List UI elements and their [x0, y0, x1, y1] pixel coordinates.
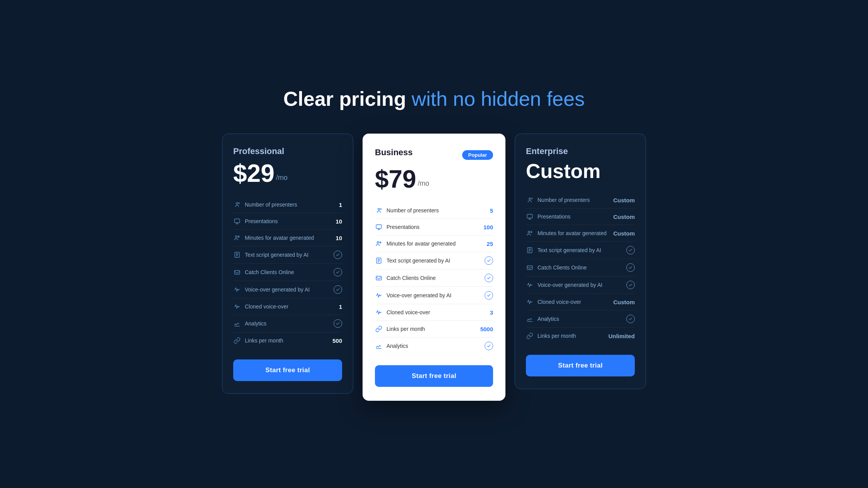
cta-button-professional[interactable]: Start free trial	[233, 359, 342, 381]
feature-row: Minutes for avatar generated 25	[375, 236, 493, 252]
feature-row: Cloned voice-over 1	[233, 298, 342, 315]
cta-button-enterprise[interactable]: Start free trial	[526, 355, 635, 376]
feature-icon	[233, 217, 241, 225]
feature-row: Text script generated by AI	[233, 246, 342, 264]
feature-label: Presentations	[245, 218, 332, 224]
feature-icon	[233, 251, 241, 259]
feature-label: Catch Clients Online	[537, 264, 626, 271]
feature-icon	[233, 286, 241, 293]
feature-label: Links per month	[245, 337, 329, 344]
check-icon	[334, 251, 342, 259]
feature-label: Voice-over generated by AI	[537, 282, 626, 288]
features-list: Number of presenters Custom Presentation…	[526, 192, 635, 344]
feature-value: 5	[490, 207, 493, 214]
feature-label: Cloned voice-over	[245, 303, 336, 310]
feature-label: Catch Clients Online	[387, 275, 485, 281]
feature-label: Cloned voice-over	[537, 299, 610, 305]
svg-rect-2	[234, 219, 240, 223]
feature-icon	[526, 264, 534, 271]
feature-row: Analytics	[375, 337, 493, 354]
feature-value: 10	[336, 218, 342, 225]
title-blue: with no hidden fees	[412, 88, 585, 110]
popular-badge: Popular	[462, 150, 493, 160]
feature-label: Text script generated by AI	[245, 252, 334, 258]
check-icon	[485, 256, 493, 265]
feature-row: Number of presenters 1	[233, 197, 342, 213]
feature-row: Analytics	[526, 310, 635, 328]
price-unit: /mo	[276, 174, 288, 182]
svg-point-0	[236, 203, 238, 205]
feature-label: Text script generated by AI	[537, 247, 626, 253]
feature-label: Number of presenters	[387, 207, 487, 214]
plan-name: Enterprise	[526, 146, 635, 156]
feature-value: 1	[339, 202, 342, 208]
feature-label: Minutes for avatar generated	[245, 235, 332, 241]
feature-label: Analytics	[245, 320, 334, 327]
check-icon	[485, 274, 493, 282]
feature-icon	[375, 257, 383, 264]
plan-card-professional: Professional $29 /mo Number of presenter…	[222, 134, 353, 394]
feature-row: Minutes for avatar generated Custom	[526, 225, 635, 242]
feature-icon	[375, 274, 383, 282]
feature-icon	[526, 246, 534, 254]
feature-value: 1	[339, 303, 342, 310]
feature-icon	[233, 337, 241, 344]
feature-icon	[526, 213, 534, 220]
feature-label: Voice-over generated by AI	[245, 286, 334, 293]
check-icon	[485, 342, 493, 350]
feature-value: 100	[483, 224, 493, 230]
feature-label: Cloned voice-over	[387, 309, 487, 315]
svg-point-9	[377, 242, 379, 244]
feature-row: Catch Clients Online	[526, 259, 635, 276]
feature-label: Number of presenters	[245, 202, 336, 208]
feature-row: Analytics	[233, 315, 342, 332]
feature-row: Links per month Unlimited	[526, 328, 635, 344]
features-list: Number of presenters 1 Presentations 10 …	[233, 197, 342, 349]
price-row: Custom	[526, 161, 635, 181]
svg-rect-8	[376, 225, 381, 229]
plan-name: Business	[375, 147, 413, 158]
feature-value: Custom	[613, 214, 635, 220]
svg-point-13	[531, 198, 532, 199]
check-icon	[626, 246, 635, 254]
svg-rect-5	[234, 271, 240, 274]
feature-label: Minutes for avatar generated	[387, 241, 483, 247]
feature-row: Voice-over generated by AI	[375, 287, 493, 304]
plan-card-business: Business Popular $79 /mo Number of prese…	[363, 134, 505, 401]
price-amount: $79	[375, 167, 416, 191]
svg-rect-11	[376, 276, 381, 280]
check-icon	[626, 263, 635, 272]
feature-icon	[375, 291, 383, 299]
feature-label: Text script generated by AI	[387, 258, 485, 264]
feature-label: Number of presenters	[537, 197, 610, 203]
feature-row: Catch Clients Online	[375, 269, 493, 287]
price-amount: $29	[233, 161, 275, 186]
feature-row: Presentations Custom	[526, 208, 635, 225]
cta-button-business[interactable]: Start free trial	[375, 365, 493, 387]
feature-icon	[526, 281, 534, 289]
feature-row: Number of presenters 5	[375, 202, 493, 219]
feature-value: Custom	[613, 230, 635, 237]
feature-label: Presentations	[537, 214, 610, 220]
check-icon	[334, 268, 342, 276]
feature-icon	[375, 223, 383, 231]
feature-icon	[526, 332, 534, 340]
feature-icon	[526, 298, 534, 306]
feature-label: Presentations	[387, 224, 480, 230]
feature-value: 25	[487, 241, 493, 247]
price-amount: Custom	[526, 161, 601, 181]
feature-value: Unlimited	[609, 333, 635, 339]
feature-value: 5000	[480, 326, 493, 332]
svg-point-3	[236, 236, 237, 238]
check-icon	[334, 285, 342, 294]
feature-label: Analytics	[387, 343, 485, 349]
feature-row: Catch Clients Online	[233, 264, 342, 281]
feature-icon	[233, 201, 241, 208]
feature-icon	[375, 308, 383, 316]
feature-icon	[233, 268, 241, 276]
feature-icon	[233, 234, 241, 242]
feature-row: Voice-over generated by AI	[233, 281, 342, 298]
feature-label: Analytics	[537, 316, 626, 322]
feature-icon	[375, 207, 383, 214]
page-title: Clear pricing with no hidden fees	[283, 87, 585, 110]
